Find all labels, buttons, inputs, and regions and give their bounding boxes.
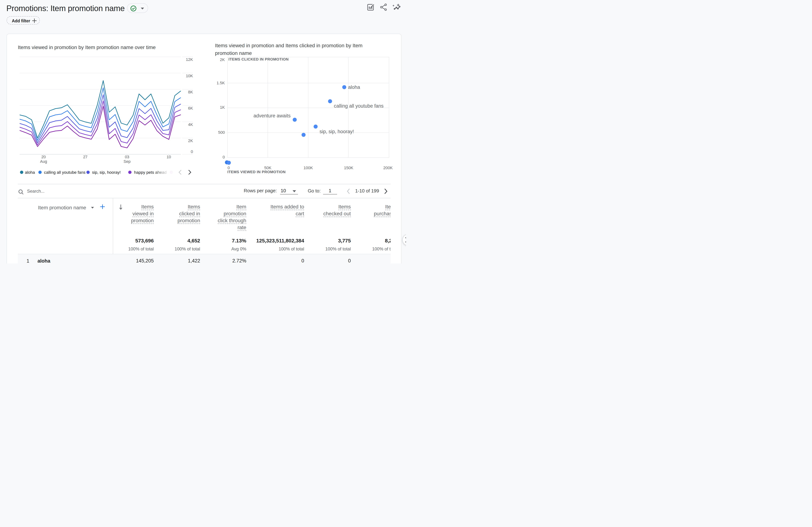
svg-text:6K: 6K xyxy=(188,106,193,110)
svg-text:150K: 150K xyxy=(344,166,353,170)
svg-text:1.5K: 1.5K xyxy=(217,81,225,85)
svg-text:27: 27 xyxy=(83,155,87,159)
svg-text:03: 03 xyxy=(125,155,129,159)
svg-text:aloha: aloha xyxy=(25,170,35,175)
svg-text:calling all youtube fans: calling all youtube fans xyxy=(334,103,383,109)
svg-text:aloha: aloha xyxy=(348,85,360,90)
svg-text:Sep: Sep xyxy=(124,160,130,164)
svg-text:20: 20 xyxy=(42,155,46,159)
svg-text:50K: 50K xyxy=(264,166,271,170)
svg-text:4K: 4K xyxy=(188,122,193,127)
svg-text:1K: 1K xyxy=(220,105,225,109)
svg-text:0: 0 xyxy=(223,155,225,160)
svg-text:Aug: Aug xyxy=(40,160,47,164)
svg-text:8K: 8K xyxy=(188,90,193,94)
svg-text:200K: 200K xyxy=(383,166,393,170)
svg-text:500: 500 xyxy=(218,130,225,135)
svg-text:2K: 2K xyxy=(188,138,193,143)
svg-text:ITEMS VIEWED IN PROMOTION: ITEMS VIEWED IN PROMOTION xyxy=(227,170,286,174)
svg-text:10K: 10K xyxy=(186,74,193,78)
svg-text:10: 10 xyxy=(166,155,171,159)
svg-text:sip, sip, hooray!: sip, sip, hooray! xyxy=(92,170,121,175)
svg-text:100K: 100K xyxy=(304,166,313,170)
svg-text:0: 0 xyxy=(228,166,230,170)
svg-text:adventure awaits: adventure awaits xyxy=(253,113,290,119)
svg-text:calling all youtube fans: calling all youtube fans xyxy=(44,170,86,175)
svg-text:2K: 2K xyxy=(220,57,225,62)
svg-text:sip, sip, hooray!: sip, sip, hooray! xyxy=(320,129,354,134)
svg-text:ITEMS CLICKED IN PROMOTION: ITEMS CLICKED IN PROMOTION xyxy=(229,57,289,61)
svg-text:0: 0 xyxy=(191,149,193,154)
svg-text:12K: 12K xyxy=(186,57,193,62)
